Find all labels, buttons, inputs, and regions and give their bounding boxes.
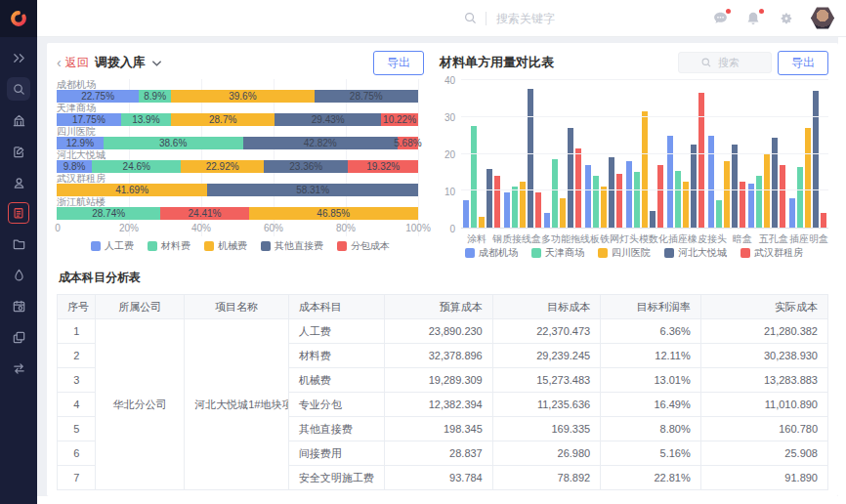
bar-segment[interactable]: 23.36% <box>264 160 348 173</box>
bar-segment[interactable]: 42.82% <box>243 137 398 149</box>
messages-button[interactable] <box>711 10 729 27</box>
bar[interactable] <box>813 91 819 228</box>
bar-segment[interactable]: 28.75% <box>315 90 418 103</box>
legend-item[interactable]: 人工费 <box>91 239 134 253</box>
bar-segment[interactable]: 38.6% <box>104 137 243 149</box>
bar[interactable] <box>520 182 526 228</box>
bar[interactable] <box>471 126 477 228</box>
bar[interactable] <box>642 111 648 228</box>
bar-segment[interactable]: 22.75% <box>57 90 139 103</box>
bar[interactable] <box>821 213 826 228</box>
bar[interactable] <box>535 192 541 228</box>
bar-segment[interactable]: 58.31% <box>207 184 418 196</box>
bar[interactable] <box>797 167 803 228</box>
bar[interactable] <box>463 200 469 228</box>
legend-item[interactable]: 武汉群租房 <box>740 246 803 260</box>
legend-item[interactable]: 材料费 <box>148 239 190 253</box>
bar[interactable] <box>479 217 485 228</box>
bar[interactable] <box>504 192 510 228</box>
bar-segment[interactable]: 28.7% <box>171 113 275 126</box>
bar[interactable] <box>634 172 640 228</box>
legend-item[interactable]: 成都机场 <box>465 246 518 260</box>
bar[interactable] <box>732 145 738 228</box>
bar[interactable] <box>528 89 533 228</box>
bar-segment[interactable]: 8.9% <box>139 90 171 103</box>
bar-segment[interactable]: 12.9% <box>57 137 104 149</box>
sidebar-item-document[interactable] <box>7 140 30 163</box>
bar[interactable] <box>683 182 689 228</box>
bar[interactable] <box>609 157 614 228</box>
sidebar-item-search[interactable] <box>7 77 30 101</box>
back-link[interactable]: ‹ 返回 <box>57 55 89 71</box>
legend-item[interactable]: 四川医院 <box>598 246 651 260</box>
legend-item[interactable]: 机械费 <box>204 239 247 253</box>
bar[interactable] <box>772 138 778 228</box>
bar[interactable] <box>650 211 656 228</box>
bar[interactable] <box>560 198 566 228</box>
bar[interactable] <box>740 182 745 228</box>
export-button[interactable]: 导出 <box>778 51 828 75</box>
user-avatar[interactable] <box>811 7 834 30</box>
bar[interactable] <box>616 174 622 228</box>
bar[interactable] <box>780 165 785 228</box>
legend-item[interactable]: 河北大悦城 <box>664 246 727 260</box>
bar-segment[interactable]: 41.69% <box>57 184 207 196</box>
export-button[interactable]: 导出 <box>373 51 424 75</box>
bar[interactable] <box>626 161 632 228</box>
sidebar-expand-button[interactable] <box>7 46 30 69</box>
notifications-button[interactable] <box>744 10 762 27</box>
legend-item[interactable]: 分包成本 <box>337 239 390 253</box>
legend-item[interactable]: 其他直接费 <box>261 239 323 253</box>
bar[interactable] <box>764 154 770 229</box>
bar-segment[interactable]: 13.9% <box>121 113 171 126</box>
panel-search-input[interactable] <box>716 56 749 69</box>
bar[interactable] <box>601 187 607 228</box>
bar[interactable] <box>552 159 558 228</box>
bar[interactable] <box>575 148 581 228</box>
header-search-input[interactable] <box>494 11 602 26</box>
bar[interactable] <box>805 128 811 228</box>
sidebar-item-copy[interactable] <box>7 325 30 349</box>
sidebar-item-materials[interactable] <box>8 202 29 224</box>
bar-segment[interactable]: 22.92% <box>181 160 264 173</box>
bar-segment[interactable]: 17.75% <box>57 113 121 126</box>
bar[interactable] <box>698 93 704 228</box>
bar[interactable] <box>657 165 663 228</box>
bar[interactable] <box>494 176 500 228</box>
sidebar-item-folder[interactable] <box>7 231 30 255</box>
bar[interactable] <box>544 213 550 228</box>
bar[interactable] <box>512 187 518 228</box>
bar[interactable] <box>585 165 591 228</box>
settings-button[interactable] <box>778 10 795 27</box>
bar-segment[interactable]: 10.22% <box>381 113 418 126</box>
bar[interactable] <box>724 161 730 228</box>
sidebar-item-drop[interactable] <box>7 263 30 286</box>
bar[interactable] <box>756 176 762 228</box>
bar[interactable] <box>568 128 573 228</box>
bar[interactable] <box>691 145 697 228</box>
bar[interactable] <box>789 198 795 228</box>
bar[interactable] <box>716 200 722 228</box>
sidebar-item-user[interactable] <box>7 171 30 194</box>
bar-segment[interactable]: 5.68% <box>398 137 418 149</box>
bar[interactable] <box>486 169 492 228</box>
sidebar-item-schedule[interactable] <box>7 294 30 317</box>
bar[interactable] <box>593 176 599 228</box>
bar-segment[interactable]: 28.74% <box>57 207 160 220</box>
app-logo[interactable] <box>0 0 37 37</box>
panel-title[interactable]: 调拨入库 <box>95 54 146 71</box>
bar-segment[interactable]: 24.41% <box>160 207 248 220</box>
sidebar-item-company[interactable] <box>7 108 30 132</box>
legend-item[interactable]: 天津商场 <box>531 246 584 260</box>
bar-segment[interactable]: 9.8% <box>57 160 92 173</box>
bar-segment[interactable]: 39.6% <box>171 90 315 103</box>
sidebar-item-transfer[interactable] <box>7 357 30 380</box>
bar[interactable] <box>675 171 681 229</box>
bar-segment[interactable]: 29.43% <box>275 113 381 126</box>
bar-segment[interactable]: 46.85% <box>249 207 418 220</box>
bar-segment[interactable]: 24.6% <box>92 160 181 173</box>
bar[interactable] <box>708 136 714 228</box>
vertical-scrollbar-track[interactable] <box>838 37 846 504</box>
bar-segment[interactable]: 19.32% <box>348 160 417 173</box>
bar[interactable] <box>667 136 673 228</box>
